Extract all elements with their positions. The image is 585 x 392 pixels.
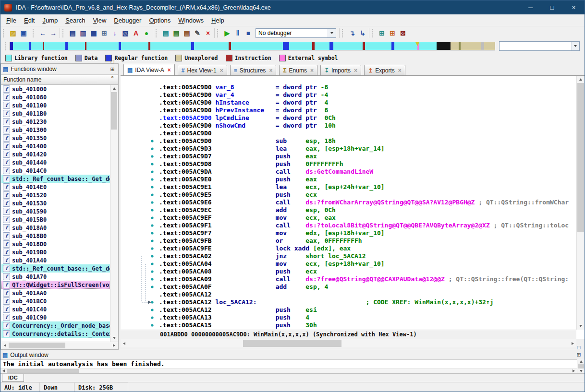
functions-close-button[interactable]: ×	[109, 73, 116, 81]
scroll-thumb[interactable]	[577, 83, 584, 232]
function-list-item[interactable]: fsub_401A70	[1, 273, 110, 281]
disassembly-line[interactable]: .text:005AC9D0	[159, 130, 576, 137]
disassembly-line[interactable]: .text:005ACA12 push esi	[159, 306, 576, 314]
step-over-button[interactable]: ↳	[357, 28, 368, 38]
function-list-item[interactable]: fsub_401AA0	[1, 289, 110, 297]
disassembly-line[interactable]: .text:005AC9EF mov ecx, eax	[159, 214, 576, 222]
output-dock-button[interactable]: ⊞	[575, 351, 583, 359]
nav-band-segment[interactable]	[194, 42, 229, 50]
disassembly-line[interactable]: .text:005AC9D0 hPrevInstance = dword ptr…	[159, 107, 576, 114]
disassembly-line[interactable]: .text:005AC9D7 push eax	[159, 153, 576, 160]
disassembly-line[interactable]: .text:005ACA12 loc_5ACA12: ; CODE XREF: …	[159, 298, 576, 306]
tab-structures[interactable]: ≡Structures×	[230, 65, 277, 75]
scroll-right-button[interactable]	[571, 368, 577, 373]
watch-list-button[interactable]: ▤	[171, 28, 182, 38]
disassembly-line[interactable]: .text:005ACA13 push 4	[159, 314, 576, 321]
disassembly-line[interactable]: .text:005AC9EC add esp, 0Ch	[159, 206, 576, 214]
scroll-left-button[interactable]	[1, 342, 9, 349]
function-list-item[interactable]: fConcurrency::details::_ContextCall	[1, 330, 110, 338]
scroll-up-button[interactable]	[110, 85, 118, 92]
minimize-button[interactable]: ─	[520, 0, 541, 14]
function-list-item[interactable]: fsub_401C90	[1, 313, 110, 321]
tab-close-icon[interactable]: ×	[168, 67, 171, 73]
nav-band-segment[interactable]	[44, 42, 65, 50]
nav-band-segment[interactable]	[121, 42, 149, 50]
scroll-track[interactable]	[110, 92, 118, 334]
disassembly-line[interactable]: .text:005AC9D0 sub esp, 18h	[159, 137, 576, 145]
disassembly-horizontal-scrollbar[interactable]	[121, 339, 576, 347]
function-list-item[interactable]: fstd::_Ref_count_base::_Get_deleter	[1, 175, 110, 183]
scroll-track[interactable]	[128, 339, 569, 347]
disassembly-line[interactable]: .text:005AC9D0 hInstance = dword ptr 4	[159, 99, 576, 107]
flowchart-button[interactable]: ▧	[120, 28, 131, 38]
windows-list-button[interactable]: ⊞	[377, 28, 387, 38]
nav-band[interactable]	[10, 42, 495, 50]
function-list-item[interactable]: fsub_4015B0	[1, 215, 110, 224]
scroll-right-button[interactable]	[110, 342, 118, 349]
scroll-down-button[interactable]	[577, 322, 585, 330]
overview-selector[interactable]	[499, 41, 580, 51]
functions-dock-button[interactable]: ⊞	[109, 65, 116, 73]
ida-view-a[interactable]: .text:005AC9D0 var_8 = dword ptr -8.text…	[121, 76, 576, 330]
debug-start-button[interactable]: ▶	[222, 28, 232, 38]
breakpoint-list-button[interactable]: ▤	[160, 28, 171, 38]
function-name-header[interactable]: Function name	[1, 75, 118, 85]
scroll-thumb[interactable]	[243, 340, 341, 347]
function-list-item[interactable]: fsub_401350	[1, 134, 110, 142]
disassembly-line[interactable]: .text:005AC9E0 push eax	[159, 176, 576, 183]
function-list-item[interactable]: fsub_401100	[1, 101, 110, 109]
menu-options[interactable]: Options	[145, 15, 174, 25]
menu-debugger[interactable]: Debugger	[110, 15, 145, 25]
nav-band-segment[interactable]	[289, 42, 312, 50]
nav-band-segment[interactable]	[31, 42, 42, 50]
output-horizontal-scrollbar[interactable]	[0, 368, 577, 373]
search-text-button[interactable]: ▥	[78, 28, 88, 38]
patch-button[interactable]: ✎	[192, 28, 203, 38]
disassembly-line[interactable]: .text:005ACA08 push ecx	[159, 268, 576, 275]
scroll-thumb[interactable]	[7, 369, 79, 373]
add-desktop-button[interactable]: ⊞	[387, 28, 398, 38]
function-list-item[interactable]: fsub_4018D0	[1, 240, 110, 248]
scroll-thumb[interactable]	[578, 364, 584, 368]
tab-imports[interactable]: ↧Imports×	[320, 65, 361, 75]
function-list-item[interactable]: fsub_401000	[1, 85, 110, 93]
nav-band-segment[interactable]	[419, 42, 437, 50]
function-list-item[interactable]: fQT::QWidget::isFullScreen(void)	[1, 281, 110, 289]
debug-stop-button[interactable]: ■	[243, 28, 254, 38]
tab-hex-view-1[interactable]: #Hex View-1×	[178, 65, 227, 75]
functions-horizontal-scrollbar[interactable]	[1, 342, 118, 349]
debug-pause-button[interactable]: ‖	[232, 28, 243, 38]
scroll-down-button[interactable]	[577, 369, 585, 373]
disassembly-line[interactable]: .text:005AC9FB or eax, 0FFFFFFFFh	[159, 237, 576, 245]
scroll-thumb[interactable]	[9, 343, 65, 348]
output-vertical-scrollbar[interactable]	[577, 359, 585, 373]
disassembly-line[interactable]: .text:005ACA09 call ds:?free@QString@QT@…	[159, 275, 576, 283]
disassembly-line[interactable]: .text:005AC9F7 mov edx, [esp+18h+var_10]	[159, 229, 576, 237]
nav-band-segment[interactable]	[437, 42, 451, 50]
scroll-left-button[interactable]	[0, 368, 7, 373]
menu-jump[interactable]: Jump	[38, 15, 61, 25]
function-list-item[interactable]: fsub_401400	[1, 142, 110, 150]
function-list-item[interactable]: fsub_4014E0	[1, 183, 110, 191]
disassembly-line[interactable]: .text:005AC9E5 push ecx	[159, 191, 576, 199]
debugger-selector[interactable]: No debugger	[256, 28, 336, 38]
nav-forward-button[interactable]: →	[48, 28, 59, 38]
function-list-item[interactable]: fsub_401C40	[1, 305, 110, 313]
disassembly-line[interactable]: .text:005AC9F1 call ds:?toLocal8Bit@QStr…	[159, 222, 576, 229]
scroll-left-button[interactable]	[121, 339, 128, 347]
disassembly-line[interactable]: .text:005AC9E6 call ds:?fromWCharArray@Q…	[159, 199, 576, 206]
function-list-item[interactable]: fConcurrency::_Order_node_base<	[1, 321, 110, 330]
close-button[interactable]: ×	[563, 0, 585, 14]
tab-close-icon[interactable]: ×	[354, 67, 357, 74]
disassembly-line[interactable]: .text:005AC9E1 lea ecx, [esp+24h+var_10]	[159, 183, 576, 191]
scroll-track[interactable]	[577, 83, 585, 322]
nav-band-segment[interactable]	[68, 42, 85, 50]
function-list-item[interactable]: fsub_401A40	[1, 256, 110, 264]
function-list-item[interactable]: fsub_401530	[1, 199, 110, 207]
disassembly-line[interactable]: .text:005AC9FE lock xadd [edx], eax	[159, 245, 576, 252]
scroll-track[interactable]	[9, 342, 110, 349]
menu-windows[interactable]: Windows	[174, 15, 207, 25]
disassembly-line[interactable]: .text:005ACA0F add esp, 4	[159, 283, 576, 291]
scroll-up-button[interactable]	[577, 359, 585, 364]
nav-band-segment[interactable]	[484, 42, 495, 50]
